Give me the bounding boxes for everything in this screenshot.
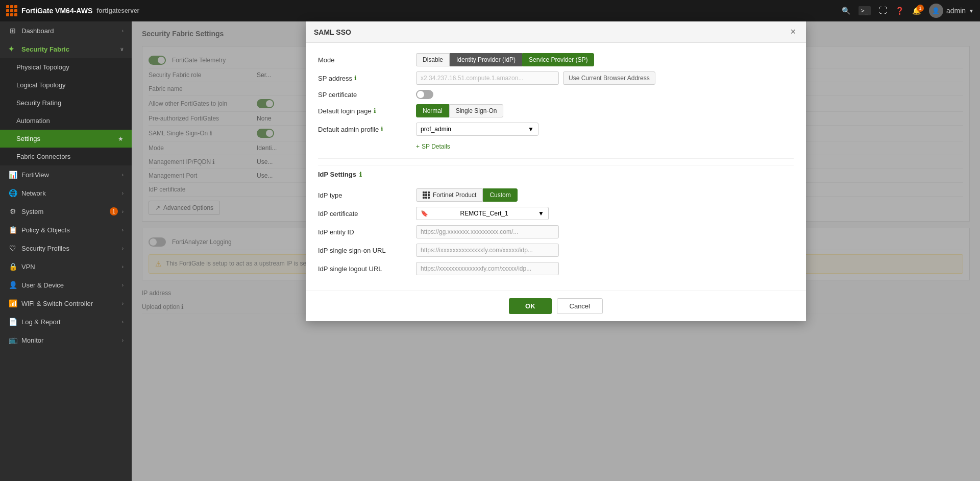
security-fabric-submenu: Physical Topology Logical Topology Secur…	[0, 58, 132, 165]
sidebar-item-physical-topology[interactable]: Physical Topology	[0, 58, 132, 76]
sidebar-item-label: Network	[21, 189, 118, 197]
sidebar-item-log-report[interactable]: 📄 Log & Report ›	[0, 312, 132, 331]
mode-disable-btn[interactable]: Disable	[416, 53, 450, 66]
sidebar-item-monitor[interactable]: 📺 Monitor ›	[0, 331, 132, 349]
idp-sso-url-control	[416, 244, 794, 257]
idp-logout-url-input[interactable]	[416, 262, 559, 275]
login-page-button-group: Normal Single Sign-On	[416, 104, 503, 117]
sidebar-section-label: Security Fabric	[21, 45, 116, 53]
idp-settings-label: IdP Settings	[318, 171, 356, 178]
cert-icon: 🔖	[421, 210, 428, 217]
sidebar-sub-label: Automation	[16, 117, 124, 125]
admin-profile-select[interactable]: prof_admin ▼	[416, 123, 538, 136]
login-sso-btn[interactable]: Single Sign-On	[449, 104, 504, 117]
sidebar-item-label: FortiView	[21, 171, 118, 179]
admin-chevron-icon: ▼	[969, 8, 974, 14]
sidebar-item-policy-objects[interactable]: 📋 Policy & Objects ›	[0, 221, 132, 239]
sidebar-item-security-rating[interactable]: Security Rating	[0, 94, 132, 112]
mode-idp-btn[interactable]: Identity Provider (IdP)	[450, 53, 522, 66]
idp-type-label: IdP type	[318, 191, 410, 199]
system-badge: 1	[110, 207, 118, 215]
sp-address-form-row: SP address ℹ Use Current Browser Address	[318, 71, 794, 85]
chevron-right-icon: ›	[122, 338, 124, 343]
chevron-right-icon: ›	[122, 264, 124, 270]
sidebar-item-network[interactable]: 🌐 Network ›	[0, 184, 132, 202]
fullscreen-icon[interactable]: ⛶	[879, 6, 887, 15]
admin-menu[interactable]: 👤 admin ▼	[929, 4, 974, 18]
idp-custom-btn[interactable]: Custom	[483, 188, 517, 202]
notification-bell[interactable]: 🔔 1	[912, 7, 921, 15]
sidebar-sub-label: Security Rating	[16, 99, 124, 107]
idp-type-form-row: IdP type Fortinet Product	[318, 188, 794, 202]
ok-button[interactable]: OK	[509, 298, 552, 314]
default-login-info-icon[interactable]: ℹ	[374, 107, 376, 114]
idp-sso-url-input[interactable]	[416, 244, 559, 257]
network-icon: 🌐	[8, 189, 17, 197]
sp-cert-form-row: SP certificate	[318, 90, 794, 99]
admin-profile-label: Default admin profile ℹ	[318, 126, 410, 133]
use-browser-address-button[interactable]: Use Current Browser Address	[563, 71, 655, 85]
idp-entity-id-input[interactable]	[416, 225, 559, 238]
sidebar-item-vpn[interactable]: 🔒 VPN ›	[0, 257, 132, 276]
sidebar-item-system[interactable]: ⚙ System 1 ›	[0, 202, 132, 221]
default-login-form-row: Default login page ℹ Normal Single Sign-…	[318, 104, 794, 117]
sidebar-item-security-profiles[interactable]: 🛡 Security Profiles ›	[0, 239, 132, 257]
chevron-right-icon: ›	[122, 28, 124, 34]
idp-type-button-group: Fortinet Product Custom	[416, 188, 518, 202]
sp-details-button[interactable]: + SP Details	[416, 141, 450, 152]
admin-profile-info-icon[interactable]: ℹ	[381, 126, 383, 133]
monitor-icon: 📺	[8, 336, 17, 344]
idp-logout-url-form-row: IdP single logout URL	[318, 262, 794, 275]
chevron-right-icon: ›	[122, 301, 124, 306]
cert-dropdown-chevron-icon: ▼	[538, 210, 544, 217]
sidebar-item-settings[interactable]: Settings ★	[0, 130, 132, 148]
idp-settings-info-icon[interactable]: ℹ	[359, 171, 362, 178]
sidebar-item-dashboard[interactable]: ⊞ Dashboard ›	[0, 21, 132, 40]
sidebar-item-logical-topology[interactable]: Logical Topology	[0, 76, 132, 94]
cancel-button[interactable]: Cancel	[557, 298, 603, 314]
mode-button-group: Disable Identity Provider (IdP) Service …	[416, 53, 594, 66]
admin-profile-value: prof_admin	[421, 126, 451, 133]
sidebar-sub-label: Physical Topology	[16, 63, 124, 71]
terminal-icon[interactable]: >_	[859, 6, 871, 15]
modal-header: SAML SSO ×	[306, 21, 806, 43]
idp-cert-select[interactable]: 🔖 REMOTE_Cert_1 ▼	[416, 207, 549, 220]
idp-cert-control: 🔖 REMOTE_Cert_1 ▼	[416, 207, 794, 220]
sp-details-row: + SP Details	[318, 141, 794, 152]
mode-field-label: Mode	[318, 56, 410, 64]
chevron-right-icon: ›	[122, 209, 124, 214]
idp-cert-form-row: IdP certificate 🔖 REMOTE_Cert_1 ▼	[318, 207, 794, 220]
sidebar-item-user-device[interactable]: 👤 User & Device ›	[0, 276, 132, 294]
sidebar-item-automation[interactable]: Automation	[0, 112, 132, 130]
sp-address-input[interactable]	[416, 71, 559, 85]
sidebar-item-label: User & Device	[21, 281, 118, 289]
vpn-icon: 🔒	[8, 262, 17, 271]
login-normal-btn[interactable]: Normal	[416, 104, 449, 117]
help-icon[interactable]: ❓	[895, 7, 904, 15]
notification-count: 1	[917, 5, 924, 12]
sidebar-item-fabric-connectors[interactable]: Fabric Connectors	[0, 148, 132, 165]
main-content: Security Fabric Settings FortiGate Telem…	[132, 21, 980, 481]
sidebar-item-wifi-switch[interactable]: 📶 WiFi & Switch Controller ›	[0, 294, 132, 312]
sp-address-info-icon[interactable]: ℹ	[354, 75, 357, 82]
plus-icon: +	[416, 143, 420, 150]
sp-cert-toggle[interactable]	[416, 90, 433, 99]
sidebar-item-label: Log & Report	[21, 318, 118, 326]
default-login-control: Normal Single Sign-On	[416, 104, 794, 117]
admin-profile-control: prof_admin ▼	[416, 123, 794, 136]
chevron-down-icon: ∨	[120, 46, 124, 52]
idp-fortinet-btn[interactable]: Fortinet Product	[416, 188, 483, 202]
search-icon[interactable]: 🔍	[842, 7, 850, 15]
idp-logout-url-control	[416, 262, 794, 275]
sidebar-item-security-fabric[interactable]: ✦ Security Fabric ∨	[0, 40, 132, 58]
idp-sso-url-label: IdP single sign-on URL	[318, 247, 410, 254]
device-name: FortiGate VM64-AWS	[21, 7, 92, 15]
sidebar-sub-label: Logical Topology	[16, 81, 124, 89]
mode-sp-btn[interactable]: Service Provider (SP)	[522, 53, 594, 66]
wifi-icon: 📶	[8, 299, 17, 307]
sidebar-item-label: WiFi & Switch Controller	[21, 300, 118, 307]
top-nav-right: 🔍 >_ ⛶ ❓ 🔔 1 👤 admin ▼	[842, 4, 974, 18]
modal-footer: OK Cancel	[306, 291, 806, 321]
modal-close-button[interactable]: ×	[788, 27, 798, 37]
sidebar-item-fortiview[interactable]: 📊 FortiView ›	[0, 165, 132, 184]
